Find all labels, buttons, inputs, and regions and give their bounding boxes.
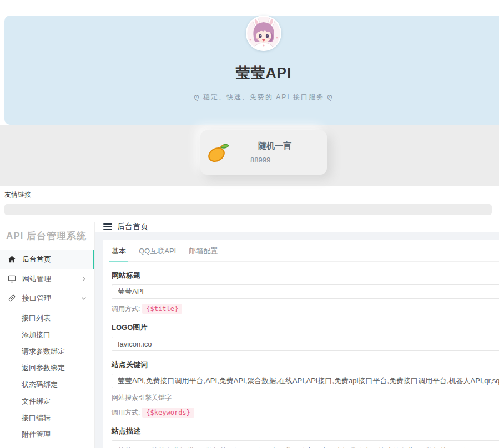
admin-main: 后台首页 基本 QQ互联API 邮箱配置 网站标题 调用方式: {$title}…	[95, 222, 499, 448]
admin-topbar: 后台首页	[95, 222, 499, 232]
keywords-help-text: 网站搜索引擎关键字	[112, 393, 499, 403]
section-spacer	[0, 215, 499, 222]
sidebar-item-friend-links[interactable]: 友链管理	[0, 443, 94, 448]
hero-section: 莹莹API ღ 稳定、快速、免费的 API 接口服务 ღ	[0, 0, 499, 125]
admin-sidebar: API 后台管理系统 后台首页 网站管理 接口管理	[0, 222, 95, 448]
admin-panel: API 后台管理系统 后台首页 网站管理 接口管理	[0, 222, 499, 448]
link-icon	[8, 294, 16, 302]
logo-input[interactable]	[112, 337, 499, 351]
sidebar-subitem-add-api[interactable]: 添加接口	[0, 327, 94, 343]
sidebar-subitem-request-params[interactable]: 请求参数绑定	[0, 343, 94, 360]
sidebar-subitem-api-list[interactable]: 接口列表	[0, 310, 94, 327]
home-icon	[8, 255, 16, 263]
title-code-badge: {$title}	[142, 304, 182, 314]
sidebar-item-label: 接口管理	[22, 293, 81, 303]
site-title: 莹莹API	[4, 63, 499, 83]
sidebar-item-dashboard[interactable]: 后台首页	[0, 250, 94, 269]
chevron-down-icon	[81, 296, 87, 301]
logo-label: LOGO图片	[112, 323, 499, 333]
sidebar-subitem-return-params[interactable]: 返回参数绑定	[0, 360, 94, 376]
sidebar-item-label: 后台首页	[22, 254, 87, 264]
api-card-hitokoto[interactable]: 随机一言 88999	[200, 130, 327, 175]
sidebar-item-website[interactable]: 网站管理	[0, 269, 94, 288]
tab-basic[interactable]: 基本	[112, 246, 126, 261]
admin-brand: API 后台管理系统	[0, 222, 94, 250]
site-subtitle: ღ 稳定、快速、免费的 API 接口服务 ღ	[4, 93, 499, 102]
keywords-input[interactable]	[112, 374, 499, 388]
description-label: 站点描述	[112, 426, 499, 436]
friend-links-heading: 友情链接	[0, 186, 499, 201]
monitor-icon	[8, 274, 16, 283]
hero-banner: 莹莹API ღ 稳定、快速、免费的 API 接口服务 ღ	[4, 16, 499, 125]
friend-links-empty-row	[4, 204, 492, 215]
hamburger-icon[interactable]	[103, 222, 112, 232]
description-textarea[interactable]: 莹莹API是莹莹免费提供API数据接口调用服务平台 - 我们致力于为用户提供稳定…	[112, 440, 499, 448]
sidebar-subitem-attachments[interactable]: 附件管理	[0, 426, 94, 443]
sidebar-subitem-api-edit[interactable]: 接口编辑	[0, 410, 94, 426]
sidebar-subitem-file-binding[interactable]: 文件绑定	[0, 393, 94, 410]
chevron-right-icon	[81, 276, 87, 282]
title-call-help: 调用方式: {$title}	[112, 304, 499, 314]
keywords-label: 站点关键词	[112, 360, 499, 370]
sidebar-item-label: 网站管理	[22, 274, 81, 284]
keywords-code-badge: {$keywords}	[142, 408, 194, 418]
page-root: 莹莹API ღ 稳定、快速、免费的 API 接口服务 ღ 随机一言 88999 …	[0, 0, 499, 448]
site-avatar	[246, 16, 281, 51]
sidebar-submenu-interfaces: 接口列表 添加接口 请求参数绑定 返回参数绑定 状态码绑定 文件绑定 接口编辑 …	[0, 308, 94, 443]
settings-tabs: 基本 QQ互联API 邮箱配置	[112, 246, 499, 262]
call-method-label: 调用方式:	[112, 304, 140, 314]
api-card-title: 随机一言	[230, 141, 319, 151]
keywords-call-help: 调用方式: {$keywords}	[112, 408, 499, 418]
breadcrumb: 后台首页	[117, 222, 148, 232]
tab-qq-connect[interactable]: QQ互联API	[139, 246, 176, 261]
sidebar-item-interfaces[interactable]: 接口管理	[0, 288, 94, 308]
settings-card: 基本 QQ互联API 邮箱配置 网站标题 调用方式: {$title} LOGO…	[103, 240, 499, 448]
mango-icon	[205, 140, 230, 165]
site-title-input[interactable]	[112, 284, 499, 299]
sidebar-subitem-status-codes[interactable]: 状态码绑定	[0, 376, 94, 393]
api-card-count: 88999	[230, 156, 319, 164]
anime-girl-avatar-icon	[246, 16, 281, 51]
call-method-label: 调用方式:	[112, 408, 140, 418]
api-card-body: 随机一言 88999	[230, 141, 327, 164]
site-title-label: 网站标题	[112, 271, 499, 281]
tab-mail-config[interactable]: 邮箱配置	[189, 246, 218, 261]
api-card-band: 随机一言 88999	[0, 125, 499, 186]
